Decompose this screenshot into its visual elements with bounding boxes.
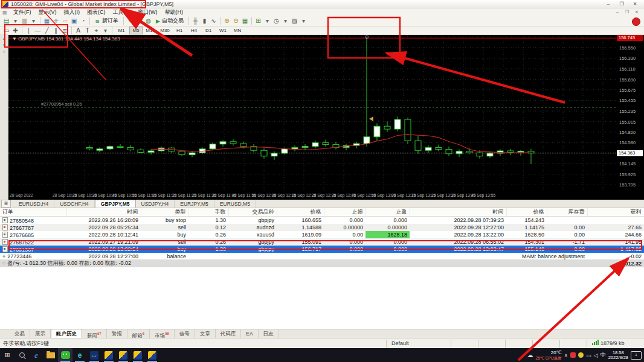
taskbar-clock[interactable]: 18:582022/9/28 bbox=[608, 351, 628, 360]
fibonacci-icon[interactable]: ≣ bbox=[60, 27, 69, 34]
start-button[interactable]: ⊞ bbox=[0, 348, 14, 362]
autotrading-button[interactable]: ▶自动交易 bbox=[153, 17, 187, 25]
terminal-tab-代码库[interactable]: 代码库 bbox=[216, 329, 242, 338]
ime-indicator[interactable]: 中 bbox=[601, 351, 606, 359]
terminal-tab-新闻[interactable]: 新闻67 bbox=[82, 329, 107, 338]
horizontal-line-icon[interactable]: — bbox=[33, 27, 42, 34]
dropdown-icon[interactable]: ▾ bbox=[11, 17, 20, 25]
metaeditor-icon[interactable]: ✦ bbox=[126, 17, 135, 25]
table-row[interactable]: 276505482022.09.26 16:28:09buy stop1.30g… bbox=[0, 217, 644, 224]
volume-icon[interactable]: ◁ bbox=[594, 352, 598, 358]
mt4-terminal-icon[interactable] bbox=[116, 348, 130, 362]
dropdown-icon[interactable]: ▾ bbox=[29, 17, 38, 25]
table-row[interactable]: 276677872022.09.28 05:25:34sell0.12audnz… bbox=[0, 224, 644, 231]
timeframe-M5[interactable]: M5 bbox=[129, 27, 143, 34]
timeframe-M1[interactable]: M1 bbox=[115, 27, 128, 34]
vertical-line-icon[interactable]: | bbox=[24, 27, 33, 34]
indicators-dropdown-icon[interactable]: ▾ bbox=[263, 17, 272, 25]
timeframe-W1[interactable]: W1 bbox=[216, 27, 230, 34]
terminal-tab-文章[interactable]: 文章 bbox=[195, 329, 216, 338]
arrows-dropdown-icon[interactable]: ▾ bbox=[101, 27, 110, 34]
chart-minimize-button[interactable]: – bbox=[613, 9, 622, 15]
terminal-tab-信号[interactable]: 信号 bbox=[175, 329, 195, 338]
indicators-icon[interactable]: ⊞ bbox=[254, 17, 263, 25]
column-header[interactable]: 交易品种 bbox=[228, 208, 277, 217]
column-header[interactable]: 价格 bbox=[277, 208, 324, 217]
tray-expand-icon[interactable]: ∧ bbox=[564, 352, 568, 358]
mql-community-icon[interactable]: ◉ bbox=[135, 17, 144, 25]
terminal-tab-日志[interactable]: 日志 bbox=[259, 329, 279, 338]
candle-chart-icon[interactable]: ▮ bbox=[200, 17, 209, 25]
market-watch-icon[interactable]: ▦ bbox=[42, 17, 51, 25]
notification-dot-icon[interactable] bbox=[632, 17, 640, 26]
menu-item[interactable]: 窗口(W) bbox=[134, 8, 161, 16]
menu-item[interactable]: 帮助(H) bbox=[161, 8, 187, 16]
price-axis[interactable]: 156.770156.550156.330156.110155.890155.6… bbox=[616, 35, 644, 200]
arrows-icon[interactable]: ⌖ bbox=[92, 27, 101, 34]
close-button[interactable]: ✕ bbox=[628, 1, 642, 8]
ie-icon[interactable]: e bbox=[29, 348, 43, 362]
column-header[interactable]: 止盈 bbox=[365, 208, 410, 217]
text-icon[interactable]: A bbox=[74, 27, 83, 34]
chart-close-button[interactable]: ✕ bbox=[632, 9, 642, 15]
terminal-tab-市场[interactable]: 市场98 bbox=[150, 329, 175, 338]
terminal-icon[interactable]: ▣ bbox=[69, 17, 79, 25]
templates-dropdown-icon[interactable]: ▾ bbox=[299, 17, 308, 25]
chart-system-icon[interactable]: ▦ bbox=[2, 10, 10, 15]
chart-tab-eurusdh4[interactable]: EURUSD,H4 bbox=[13, 200, 54, 208]
tray-yellow-app-icon[interactable] bbox=[578, 352, 584, 358]
data-window-icon[interactable]: ✛ bbox=[51, 17, 60, 25]
weather-icon[interactable]: ☁ bbox=[527, 352, 533, 358]
chart-restore-button[interactable]: ❐ bbox=[622, 9, 632, 15]
templates-icon[interactable]: ▨ bbox=[290, 17, 299, 25]
terminal-tab-EA[interactable]: EA bbox=[241, 329, 258, 338]
new-chart-icon[interactable]: ▤ bbox=[2, 17, 11, 25]
balance-row[interactable]: +277234462022.09.28 12:27:00balanceMAM: … bbox=[0, 253, 644, 259]
zoom-out-icon[interactable]: ⊖ bbox=[231, 17, 240, 25]
mt4-terminal-icon[interactable] bbox=[145, 348, 159, 362]
video-app-icon[interactable]: ◡ bbox=[87, 348, 101, 362]
chart-tab-usdchfh4[interactable]: USDCHF,H4 bbox=[54, 200, 95, 208]
file-explorer-icon[interactable] bbox=[43, 348, 58, 362]
status-profile[interactable]: Default bbox=[386, 340, 451, 348]
tile-windows-icon[interactable]: ▦ bbox=[240, 17, 250, 25]
action-center-icon[interactable]: 1 bbox=[631, 351, 642, 360]
zoom-in-icon[interactable]: ⊕ bbox=[222, 17, 231, 25]
tray-red-app-icon[interactable] bbox=[570, 352, 576, 358]
table-row[interactable]: 276766852022.09.28 10:12:41buy0.26xauusd… bbox=[0, 231, 644, 238]
chart-tab-eurusdm5[interactable]: EURUSD,M5 bbox=[214, 200, 256, 208]
chart-tab-eurjpym5[interactable]: EURJPY,M5 bbox=[175, 200, 214, 208]
strategy-tester-icon[interactable]: ◔ bbox=[79, 17, 88, 25]
label-icon[interactable]: T bbox=[83, 27, 92, 34]
timeframe-M30[interactable]: M30 bbox=[158, 27, 172, 34]
time-axis[interactable]: 28 Sep 202228 Sep 10:2528 Sep 10:3528 Se… bbox=[8, 191, 616, 200]
timeframe-D1[interactable]: D1 bbox=[202, 27, 215, 34]
column-header[interactable]: 库存费 bbox=[547, 208, 587, 217]
periods-icon[interactable]: ◷ bbox=[272, 17, 281, 25]
column-header[interactable]: 止损 bbox=[324, 208, 365, 217]
column-header[interactable]: 价格 bbox=[506, 208, 547, 217]
table-row[interactable]: 276875222022.09.27 19:21:09sell0.26gbpjp… bbox=[0, 238, 644, 246]
chart-tab-usdjpyh4[interactable]: USDJPY,H4 bbox=[136, 200, 175, 208]
terminal-tab-邮箱[interactable]: 邮箱6 bbox=[127, 329, 150, 338]
wechat-icon[interactable] bbox=[58, 348, 72, 362]
terminal-tab-账户历史[interactable]: 账户历史 bbox=[51, 329, 82, 338]
chart-tab-gbpjpym5[interactable]: GBPJPY,M5 bbox=[95, 200, 136, 208]
periods-dropdown-icon[interactable]: ▾ bbox=[281, 17, 290, 25]
column-header[interactable]: 时间 bbox=[410, 208, 506, 217]
column-header[interactable]: 手数 bbox=[188, 208, 228, 217]
news-globe-icon[interactable]: ◍ bbox=[144, 17, 153, 25]
price-chart[interactable]: #27708954 sell 0.26▼ GBPJPY,M5 154.381 1… bbox=[8, 35, 616, 191]
terminal-tab-警报[interactable]: 警报 bbox=[107, 329, 127, 338]
docked-panel-strip[interactable]: ▴▾≡ bbox=[0, 35, 8, 200]
timeframe-H1[interactable]: H1 bbox=[173, 27, 186, 34]
timeframe-M15[interactable]: M15 bbox=[144, 27, 157, 34]
timeframe-MN[interactable]: MN bbox=[231, 27, 244, 34]
mt4-terminal-icon[interactable] bbox=[101, 348, 116, 362]
new-order-button[interactable]: 🗈新订单 bbox=[92, 17, 121, 25]
table-row[interactable]: 276913672022.09.28 13:02:54buy1.30gbpjpy… bbox=[0, 246, 644, 253]
profiles-icon[interactable]: ▥ bbox=[20, 17, 29, 25]
search-icon[interactable] bbox=[14, 348, 29, 362]
line-chart-icon[interactable]: ∿ bbox=[209, 17, 218, 25]
crosshair-icon[interactable]: ✚ bbox=[11, 27, 20, 34]
